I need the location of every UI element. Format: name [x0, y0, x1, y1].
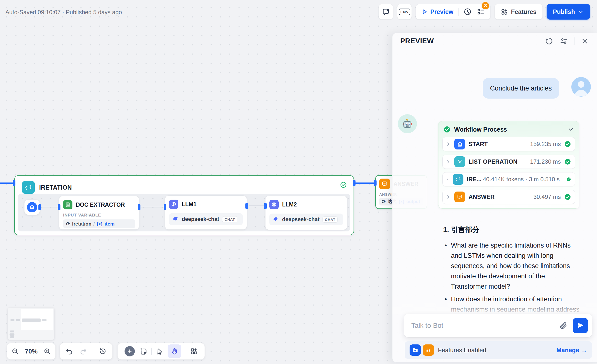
workflow-step-iteration[interactable]: IRE... 40.414K tokens · 3 m 0.510 s [442, 172, 575, 186]
person-icon [571, 77, 591, 97]
robot-icon [402, 118, 413, 129]
iteration-icon [453, 174, 463, 185]
step-tokens-duration: 40.414K tokens · 3 m 0.510 s [483, 176, 560, 183]
fx-icon: {x} [97, 221, 103, 227]
port[interactable] [264, 203, 267, 209]
port[interactable] [164, 204, 166, 210]
port[interactable] [58, 204, 60, 210]
hand-mode-button[interactable] [168, 344, 181, 358]
env-variables-button[interactable]: ENV [397, 4, 412, 20]
checklist-count-badge: 3 [481, 1, 490, 10]
llm1-node[interactable]: LLM1 deepseek-chat CHAT [165, 196, 247, 229]
publish-button[interactable]: Publish [547, 4, 590, 20]
minimap-node [42, 319, 46, 321]
restart-conversation-button[interactable] [545, 37, 553, 45]
minimap-node [10, 330, 14, 332]
chat-area[interactable]: Conclude the articles [392, 47, 597, 312]
panel-title: PREVIEW [400, 37, 434, 45]
edge-iteration-to-answer [356, 182, 374, 184]
step-duration: 30.497 ms [498, 193, 561, 200]
panel-settings-icon[interactable] [560, 37, 568, 45]
step-duration: 171.230 ms [521, 158, 561, 165]
port[interactable] [38, 204, 41, 210]
doc-extractor-variable-chip[interactable]: ⟳ Iretation / {x} item [63, 219, 135, 228]
divider [574, 37, 575, 45]
canvas-toolbar [117, 343, 205, 360]
iteration-output-port[interactable] [353, 180, 356, 186]
llm-icon [169, 200, 178, 209]
redo-button[interactable] [79, 347, 87, 355]
zoom-level[interactable]: 70% [25, 348, 37, 355]
iteration-input-port[interactable] [13, 180, 15, 186]
run-history-button[interactable] [99, 347, 107, 355]
chevron-right-icon [446, 194, 451, 200]
send-message-button[interactable] [573, 318, 588, 333]
success-check-icon [443, 126, 451, 133]
workflow-step-start[interactable]: START 159.235 ms [442, 137, 575, 151]
user-message-text: Conclude the articles [490, 85, 552, 92]
add-note-button[interactable] [139, 347, 147, 355]
input-variable-label: INPUT VARIABLE [63, 213, 135, 218]
llm1-model-chip[interactable]: deepseek-chat CHAT [169, 213, 243, 225]
organize-blocks-button[interactable] [190, 348, 198, 355]
user-avatar [571, 77, 591, 97]
doc-extractor-node[interactable]: DOC EXTRACTOR INPUT VARIABLE ⟳ Iretation… [59, 196, 139, 229]
attach-file-button[interactable] [559, 321, 567, 330]
success-check-icon [564, 158, 571, 165]
step-duration: 159.235 ms [491, 141, 561, 148]
zoom-out-button[interactable] [11, 348, 19, 355]
checklist-button[interactable]: 3 [477, 8, 485, 16]
divider [458, 8, 459, 16]
edge-into-iteration [0, 182, 13, 184]
history-clock-icon [463, 8, 472, 16]
play-icon [421, 9, 428, 15]
zoom-controls: 70% [7, 343, 56, 360]
autosave-status: Auto-Saved 09:10:07 · Published 5 days a… [5, 9, 122, 16]
chevron-right-icon [446, 159, 451, 164]
iteration-start-node[interactable] [24, 200, 40, 215]
undo-button[interactable] [66, 347, 73, 355]
preview-button[interactable]: Preview [421, 8, 453, 15]
run-history-button[interactable] [463, 8, 472, 16]
llm-icon [269, 200, 279, 209]
chat-input[interactable] [404, 322, 559, 330]
workflow-step-list-operation[interactable]: LIST OPERATION 171.230 ms [442, 155, 575, 169]
variable-source: Iretation [72, 221, 92, 227]
workflow-step-answer[interactable]: ANSWER 30.497 ms [442, 190, 575, 204]
chevron-right-icon [446, 141, 451, 147]
minimap-node [11, 319, 14, 321]
env-icon: ENV [399, 9, 411, 15]
user-message-bubble: Conclude the articles [483, 78, 559, 99]
add-node-button[interactable] [125, 346, 135, 356]
chat-annotation-icon [382, 8, 390, 16]
chevron-down-icon [578, 9, 584, 15]
features-enabled-label: Features Enabled [438, 347, 556, 354]
llm2-title: LLM2 [282, 201, 297, 208]
port[interactable] [245, 203, 248, 209]
answer-icon [379, 179, 390, 189]
llm1-model-type-badge: CHAT [222, 216, 238, 222]
workflow-process-title: Workflow Process [454, 126, 564, 133]
answer-input-port[interactable] [374, 180, 377, 186]
features-enabled-bar: Features Enabled Manage → [405, 341, 592, 359]
divider [93, 348, 93, 355]
chevron-down-icon [567, 126, 574, 133]
workflow-process-header[interactable]: Workflow Process [438, 121, 579, 136]
answer-heading: 1. 引言部分 [443, 225, 580, 235]
loop-icon: ⟳ [382, 199, 386, 205]
features-button[interactable]: Features [494, 4, 542, 20]
iteration-success-icon [340, 182, 347, 188]
llm2-model-chip[interactable]: deepseek-chat CHAT [269, 214, 343, 225]
close-panel-button[interactable] [581, 37, 589, 45]
llm2-node[interactable]: LLM2 deepseek-chat CHAT [265, 196, 347, 230]
zoom-in-button[interactable] [44, 348, 51, 355]
paperclip-icon [559, 321, 567, 330]
pointer-mode-button[interactable] [156, 348, 163, 355]
llm1-title: LLM1 [182, 201, 196, 208]
minimap-node [22, 318, 41, 322]
manage-features-link[interactable]: Manage → [556, 347, 587, 354]
minimap[interactable] [8, 307, 54, 340]
annotation-button[interactable] [379, 4, 393, 20]
port[interactable] [138, 204, 140, 210]
llm1-model-name: deepseek-chat [182, 216, 219, 222]
